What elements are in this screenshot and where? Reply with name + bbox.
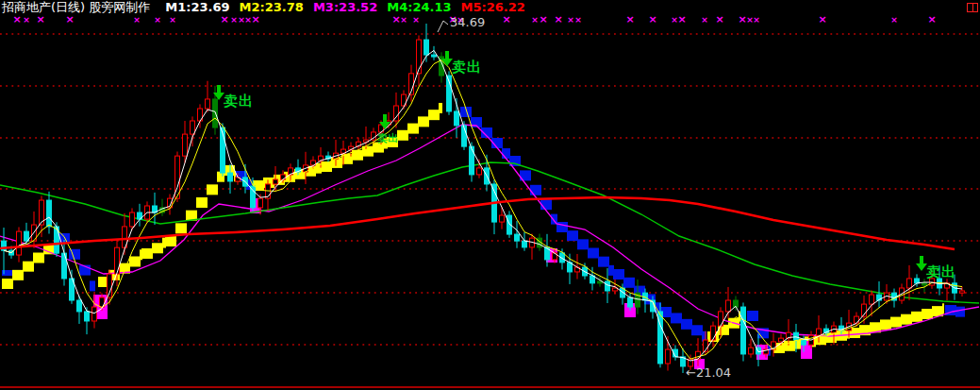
magenta-x-marker: × xyxy=(890,15,898,25)
pane-divider[interactable] xyxy=(0,386,980,388)
chart-window: 招商地产(日线) 股旁网制作M1:23.69M2:23.78M3:23.52M4… xyxy=(0,0,980,390)
magenta-x-marker: × xyxy=(412,15,420,25)
low-price-label: ←21.04 xyxy=(686,366,731,379)
magenta-x-marker: × xyxy=(12,13,21,25)
magenta-x-marker: × xyxy=(133,15,141,25)
magenta-x-marker: × xyxy=(715,13,723,25)
chart-header: 招商地产(日线) 股旁网制作M1:23.69M2:23.78M3:23.52M4… xyxy=(2,0,535,14)
magenta-x-marker: × xyxy=(539,13,547,25)
magenta-x-marker: × xyxy=(391,13,400,25)
magenta-x-marker: × xyxy=(927,13,936,25)
high-annotation-connector xyxy=(438,21,448,32)
candlestick-layer xyxy=(2,24,965,373)
magenta-x-marker: × xyxy=(400,15,407,25)
magenta-x-marker: × xyxy=(625,13,634,25)
ma-value-m4: M4:24.13 xyxy=(387,0,451,14)
chart-title: 招商地产(日线) 股旁网制作 xyxy=(2,0,150,14)
magenta-x-marker: × xyxy=(502,13,510,25)
sell-signal-label: 卖出 xyxy=(452,60,482,75)
magenta-x-marker: × xyxy=(554,13,562,25)
magenta-x-marker: × xyxy=(154,15,161,25)
ma-value-m2: M2:23.78 xyxy=(240,0,304,14)
high-price-label: 34.69 xyxy=(450,16,485,28)
magenta-x-marker: × xyxy=(169,15,176,25)
magenta-x-marker: × xyxy=(818,13,826,25)
magenta-x-marker: × xyxy=(531,15,539,25)
magenta-x-marker: × xyxy=(567,15,574,25)
magenta-x-marker: × xyxy=(738,13,746,25)
candlestick-chart[interactable]: ××××××××××××××××××××××××××××××××××× xyxy=(0,0,980,390)
sell-signal-label: 卖出 xyxy=(926,265,956,280)
magenta-x-marker: × xyxy=(220,13,228,25)
magenta-x-marker: × xyxy=(648,13,656,25)
ma-value-m1: M1:23.69 xyxy=(165,0,229,14)
magenta-x-marker: × xyxy=(230,15,238,25)
magenta-x-marker: × xyxy=(701,15,708,25)
slow-ma-layer xyxy=(0,197,955,249)
ma-value-m5: M5:26.22 xyxy=(461,0,525,14)
magenta-x-marker: × xyxy=(251,13,259,25)
corner-icon-pane xyxy=(972,3,979,12)
gridline-layer xyxy=(0,34,980,345)
magenta-x-marker: × xyxy=(574,15,582,25)
magenta-x-marker: × xyxy=(753,15,760,25)
magenta-x-marker: × xyxy=(23,15,30,25)
window-corner-icon[interactable] xyxy=(967,3,978,12)
sell-signal-label: 卖出 xyxy=(377,131,398,145)
sell-signal-label: 卖出 xyxy=(224,94,254,109)
magenta-x-marker: × xyxy=(36,13,44,25)
magenta-x-marker: × xyxy=(65,13,74,25)
ma-value-m3: M3:23.52 xyxy=(313,0,377,14)
magenta-x-marker: × xyxy=(677,13,686,25)
